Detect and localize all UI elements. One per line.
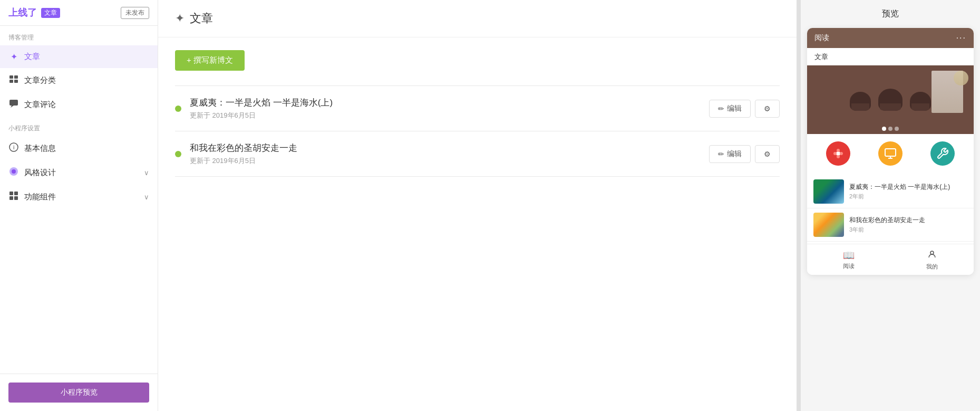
phone-article-list: 夏威夷：一半是火焰 一半是海水(上) 2年前 和我在彩色的圣胡安走一走 3年前 bbox=[807, 173, 974, 244]
flower-icon bbox=[826, 141, 850, 166]
main-header: ✦ 文章 bbox=[158, 0, 797, 37]
svg-text:i: i bbox=[13, 144, 14, 150]
svg-rect-1 bbox=[14, 75, 18, 79]
svg-rect-10 bbox=[9, 192, 13, 195]
comments-icon bbox=[8, 99, 19, 110]
svg-point-9 bbox=[12, 169, 16, 174]
read-icon: 📖 bbox=[843, 250, 855, 261]
style-label: 风格设计 bbox=[24, 168, 56, 178]
phone-header-title: 阅读 bbox=[814, 33, 829, 43]
phone-article-title: 夏威夷：一半是火焰 一半是海水(上) bbox=[849, 183, 967, 192]
article-actions: ✏ 编辑 ⚙ bbox=[709, 100, 780, 118]
phone-tab-bar: 文章 bbox=[807, 48, 974, 65]
edit-icon: ✏ bbox=[718, 150, 724, 158]
sidebar-item-widgets[interactable]: 功能组件 ∨ bbox=[0, 185, 158, 209]
table-row: 夏威夷：一半是火焰 一半是海水(上) 更新于 2019年6月5日 ✏ 编辑 ⚙ bbox=[175, 86, 780, 131]
style-icon bbox=[8, 167, 19, 178]
sidebar-item-categories[interactable]: 文章分类 bbox=[0, 68, 158, 92]
main-content: ✦ 文章 + 撰写新博文 夏威夷：一半是火焰 一半是海水(上) 更新于 2019… bbox=[158, 0, 797, 411]
categories-icon bbox=[8, 74, 19, 86]
banner-dot-3 bbox=[895, 127, 899, 131]
svg-rect-2 bbox=[9, 80, 13, 83]
edit-button[interactable]: ✏ 编辑 bbox=[709, 145, 751, 163]
table-row: 和我在彩色的圣胡安走一走 更新于 2019年6月5日 ✏ 编辑 ⚙ bbox=[175, 131, 780, 177]
svg-rect-19 bbox=[885, 149, 896, 156]
article-list: 夏威夷：一半是火焰 一半是海水(上) 更新于 2019年6月5日 ✏ 编辑 ⚙ bbox=[175, 85, 780, 177]
sidebar-item-basic-info[interactable]: i 基本信息 bbox=[0, 136, 158, 160]
logo-text: 上线了 bbox=[8, 6, 37, 19]
add-article-button[interactable]: + 撰写新博文 bbox=[175, 50, 245, 71]
svg-rect-12 bbox=[9, 196, 13, 200]
sidebar-header: 上线了 文章 未发布 bbox=[0, 0, 158, 26]
sidebar-item-style[interactable]: 风格设计 ∨ bbox=[0, 160, 158, 185]
basic-info-label: 基本信息 bbox=[24, 144, 56, 154]
svg-point-15 bbox=[837, 149, 840, 152]
edit-label: 编辑 bbox=[727, 104, 742, 113]
banner-dot-2 bbox=[888, 127, 892, 131]
banner-dot-1 bbox=[882, 127, 886, 131]
edit-button[interactable]: ✏ 编辑 bbox=[709, 100, 751, 118]
mine-icon bbox=[927, 250, 937, 262]
articles-icon: ✦ bbox=[8, 52, 19, 62]
article-title: 和我在彩色的圣胡安走一走 bbox=[190, 142, 701, 154]
settings-button[interactable]: ⚙ bbox=[755, 100, 780, 118]
gear-icon: ⚙ bbox=[764, 150, 771, 158]
article-date: 更新于 2019年6月5日 bbox=[190, 111, 701, 120]
banner-pagination bbox=[882, 127, 899, 131]
sidebar-item-comments[interactable]: 文章评论 bbox=[0, 92, 158, 117]
widgets-chevron-icon: ∨ bbox=[144, 193, 149, 201]
article-pen-icon: ✦ bbox=[175, 12, 185, 25]
wrench-icon bbox=[930, 141, 955, 166]
sidebar-footer: 小程序预览 bbox=[0, 374, 158, 411]
article-info: 和我在彩色的圣胡安走一走 更新于 2019年6月5日 bbox=[190, 142, 701, 166]
published-dot bbox=[175, 151, 181, 157]
list-item: 夏威夷：一半是火焰 一半是海水(上) 2年前 bbox=[807, 175, 974, 208]
edit-icon: ✏ bbox=[718, 104, 724, 113]
phone-article-meta: 夏威夷：一半是火焰 一半是海水(上) 2年前 bbox=[849, 183, 967, 201]
phone-bottom-mine: 我的 bbox=[926, 250, 938, 271]
miniapp-preview-button[interactable]: 小程序预览 bbox=[8, 383, 149, 403]
sidebar-item-articles[interactable]: ✦ 文章 bbox=[0, 45, 158, 68]
phone-bottom-bar: 📖 阅读 我的 bbox=[807, 244, 974, 275]
phone-article-time: 2年前 bbox=[849, 193, 967, 200]
svg-marker-5 bbox=[11, 106, 14, 108]
sidebar-logo: 上线了 文章 bbox=[8, 6, 60, 19]
svg-rect-11 bbox=[14, 192, 18, 195]
preview-panel: 预览 阅读 ··· 文章 bbox=[801, 0, 980, 411]
phone-bottom-read: 📖 阅读 bbox=[843, 250, 855, 271]
svg-rect-13 bbox=[14, 196, 18, 200]
phone-header: 阅读 ··· bbox=[807, 28, 974, 48]
svg-rect-0 bbox=[9, 75, 13, 79]
mine-label: 我的 bbox=[926, 263, 938, 271]
read-label: 阅读 bbox=[843, 262, 855, 270]
sidebar: 上线了 文章 未发布 博客管理 ✦ 文章 文章分类 文章评论 小程序设置 i 基… bbox=[0, 0, 158, 411]
phone-article-meta: 和我在彩色的圣胡安走一走 3年前 bbox=[849, 216, 967, 234]
widgets-label: 功能组件 bbox=[24, 192, 56, 202]
svg-rect-3 bbox=[14, 80, 18, 83]
svg-rect-4 bbox=[9, 100, 18, 106]
phone-article-time: 3年前 bbox=[849, 226, 967, 234]
phone-tab-articles: 文章 bbox=[814, 53, 828, 61]
gear-icon: ⚙ bbox=[764, 104, 771, 113]
article-title: 夏威夷：一半是火焰 一半是海水(上) bbox=[190, 97, 701, 109]
section-miniapp-label: 小程序设置 bbox=[0, 117, 158, 136]
article-date: 更新于 2019年6月5日 bbox=[190, 156, 701, 166]
article-actions: ✏ 编辑 ⚙ bbox=[709, 145, 780, 163]
phone-article-title: 和我在彩色的圣胡安走一走 bbox=[849, 216, 967, 225]
preview-title: 预览 bbox=[801, 0, 980, 28]
phone-menu-dots-icon: ··· bbox=[956, 33, 966, 43]
section-blog-label: 博客管理 bbox=[0, 26, 158, 45]
phone-mockup: 阅读 ··· 文章 bbox=[807, 28, 974, 275]
categories-label: 文章分类 bbox=[24, 75, 56, 85]
monitor-icon bbox=[878, 141, 903, 166]
widgets-icon bbox=[8, 191, 19, 203]
settings-button[interactable]: ⚙ bbox=[755, 145, 780, 163]
phone-banner bbox=[807, 65, 974, 134]
published-dot bbox=[175, 106, 181, 112]
phone-icons-row bbox=[807, 134, 974, 173]
article-thumbnail bbox=[813, 179, 844, 204]
main-title: 文章 bbox=[190, 11, 213, 26]
svg-point-16 bbox=[837, 155, 840, 158]
basic-info-icon: i bbox=[8, 142, 19, 154]
main-body: + 撰写新博文 夏威夷：一半是火焰 一半是海水(上) 更新于 2019年6月5日… bbox=[158, 37, 797, 189]
